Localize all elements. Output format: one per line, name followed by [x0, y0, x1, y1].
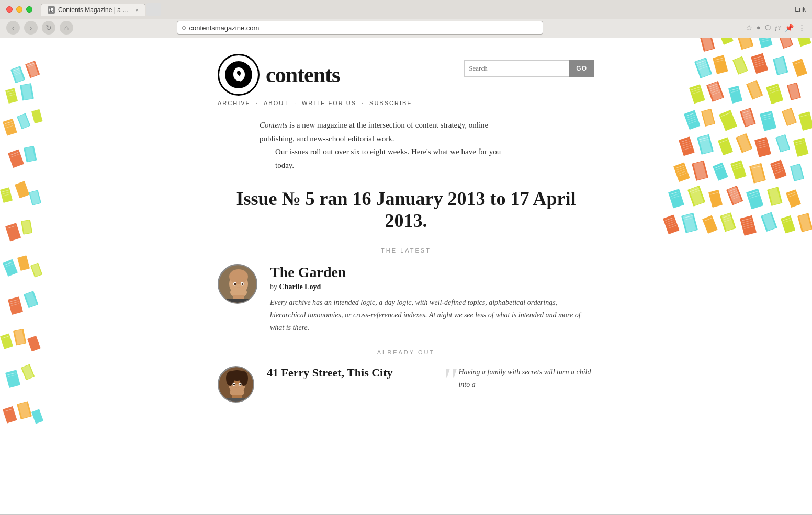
nav-sep-3: · [362, 100, 364, 106]
svg-rect-158 [702, 109, 714, 125]
right-decoration [603, 38, 812, 477]
svg-rect-151 [684, 110, 701, 130]
already-out-excerpt-area: " Having a family with secrets will turn… [433, 366, 594, 392]
home-button[interactable]: ⌂ [60, 21, 73, 35]
svg-rect-167 [760, 111, 776, 131]
main-content-area: contents ARCHIVE · ABOUT · WRITE FOR US … [207, 38, 605, 418]
byline-prefix: by [270, 283, 279, 291]
svg-rect-57 [5, 370, 20, 388]
nav-write-for-us[interactable]: WRITE FOR US [302, 100, 356, 106]
address-bar-row: ‹ › ↻ ⌂ ⊙ contentsmagazine.com ☆ ● ⬡ ƒ? … [0, 19, 812, 38]
address-bar[interactable]: ⊙ contentsmagazine.com [177, 21, 543, 35]
svg-rect-52 [0, 333, 13, 349]
svg-rect-114 [713, 55, 728, 74]
latest-article-title[interactable]: The Garden [270, 264, 594, 281]
svg-rect-24 [8, 149, 24, 168]
latest-article-card: The Garden by Charlie Loyd Every archive… [218, 264, 594, 334]
svg-rect-224 [791, 164, 803, 180]
refresh-button[interactable]: ↻ [42, 21, 55, 35]
svg-rect-92 [718, 38, 734, 45]
svg-rect-98 [757, 38, 773, 48]
browser-chrome: Contents Magazine | a new m... × Erik ‹ … [0, 0, 812, 38]
brand-name: Contents [260, 121, 287, 129]
latest-article-excerpt: Every archive has an intended logic, a d… [270, 296, 594, 334]
forward-button[interactable]: › [24, 21, 38, 35]
new-tab-button[interactable] [146, 3, 161, 16]
user-name: Erik [795, 6, 806, 13]
svg-rect-196 [793, 138, 809, 157]
svg-rect-66 [31, 409, 43, 424]
svg-point-300 [233, 384, 235, 386]
title-bar: Contents Magazine | a new m... × Erik [0, 0, 812, 19]
search-input[interactable] [464, 60, 569, 77]
font-icon[interactable]: ƒ? [775, 24, 781, 32]
svg-rect-304 [224, 398, 250, 403]
svg-rect-159 [719, 110, 737, 131]
svg-rect-248 [786, 189, 801, 208]
svg-point-301 [240, 384, 242, 386]
pin-icon[interactable]: 📌 [785, 24, 794, 32]
already-out-card: 41 Ferry Street, This City " Having a fa… [218, 366, 594, 403]
nav-sep-2: · [294, 100, 297, 106]
svg-rect-225 [668, 189, 684, 208]
bookmark-icon[interactable]: ☆ [746, 23, 752, 32]
svg-rect-251 [663, 214, 680, 234]
svg-point-288 [242, 283, 244, 285]
svg-rect-17 [3, 119, 17, 136]
intro-text: Contents is a new magazine at the inters… [260, 119, 521, 172]
close-button[interactable] [6, 6, 13, 13]
already-out-excerpt: Having a family with secrets will turn a… [458, 368, 591, 388]
search-area: GO [464, 60, 594, 77]
left-decoration [0, 38, 105, 509]
svg-rect-106 [795, 38, 811, 47]
author-name: Charlie Loyd [279, 283, 321, 291]
quote-mark-icon: " [441, 370, 456, 392]
minimize-button[interactable] [16, 6, 22, 13]
logo-text: contents [266, 62, 340, 87]
svg-rect-56 [27, 336, 41, 352]
already-out-section-label: ALREADY OUT [218, 349, 594, 356]
nav-about[interactable]: ABOUT [264, 100, 289, 106]
more-icon[interactable]: ⋮ [798, 23, 806, 32]
svg-point-284 [229, 269, 248, 284]
svg-rect-233 [708, 190, 723, 208]
svg-rect-33 [15, 181, 29, 198]
svg-rect-195 [776, 135, 789, 152]
already-out-title[interactable]: 41 Ferry Street, This City [267, 366, 420, 380]
svg-rect-140 [728, 86, 742, 104]
svg-rect-36 [5, 223, 21, 241]
page-content: contents ARCHIVE · ABOUT · WRITE FOR US … [0, 38, 812, 514]
svg-rect-11 [5, 88, 18, 104]
svg-rect-23 [31, 109, 43, 123]
url-text: contentsmagazine.com [189, 24, 260, 32]
svg-point-287 [234, 283, 236, 285]
pocket-icon[interactable]: ⬡ [765, 24, 771, 32]
logo-and-nav: contents ARCHIVE · ABOUT · WRITE FOR US … [218, 54, 412, 106]
search-button[interactable]: GO [569, 60, 594, 77]
svg-rect-35 [30, 191, 40, 205]
firefox-icon[interactable]: ● [757, 24, 761, 32]
svg-rect-276 [781, 215, 795, 234]
svg-rect-242 [746, 189, 763, 210]
svg-rect-207 [713, 163, 728, 181]
nav-subscribe[interactable]: SUBSCRIBE [369, 100, 412, 106]
traffic-lights [6, 6, 32, 13]
toolbar-icons: ☆ ● ⬡ ƒ? 📌 ⋮ [746, 23, 806, 32]
lock-icon: ⊙ [182, 25, 186, 31]
intro-text-2: Our issues roll out over six to eight we… [275, 145, 521, 172]
header-area: contents ARCHIVE · ABOUT · WRITE FOR US … [218, 54, 594, 106]
nav-archive[interactable]: ARCHIVE [218, 100, 251, 106]
active-tab[interactable]: Contents Magazine | a new m... × [41, 4, 145, 16]
maximize-button[interactable] [26, 6, 32, 13]
svg-rect-40 [3, 259, 18, 277]
svg-rect-129 [689, 84, 705, 104]
svg-rect-62 [3, 406, 17, 424]
svg-rect-217 [770, 159, 787, 179]
back-button[interactable]: ‹ [6, 21, 20, 35]
author-avatar-charlie [218, 264, 257, 304]
tab-close-icon[interactable]: × [136, 7, 139, 13]
nav-sep-1: · [256, 100, 258, 106]
svg-rect-127 [792, 59, 807, 77]
intro-text-1: is a new magazine at the intersection of… [260, 121, 488, 143]
latest-section-label: THE LATEST [218, 247, 594, 254]
